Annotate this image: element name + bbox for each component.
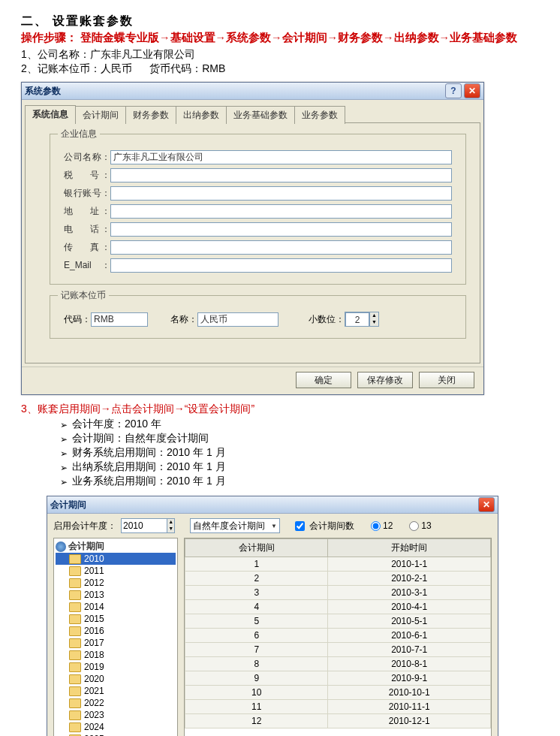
tree-year[interactable]: 2024 — [56, 721, 176, 733]
name-label: 名称： — [170, 313, 197, 326]
cell-date: 2010-5-1 — [328, 614, 491, 629]
tree-year-label: 2019 — [84, 661, 104, 673]
table-row[interactable]: 42010-4-1 — [185, 600, 491, 614]
year-tree[interactable]: 会计期间 20102011201220132014201520162017201… — [53, 538, 178, 736]
tab-5[interactable]: 业务参数 — [294, 106, 345, 124]
table-row[interactable]: 92010-9-1 — [185, 671, 491, 686]
folder-icon — [69, 614, 81, 624]
tel-input[interactable] — [110, 222, 452, 237]
decimal-value[interactable] — [345, 312, 369, 327]
close-button[interactable]: ✕ — [464, 83, 480, 98]
tree-year[interactable]: 2018 — [56, 649, 176, 661]
chevron-down-icon: ▼ — [271, 523, 277, 529]
cell-date: 2010-4-1 — [328, 600, 491, 614]
tree-year[interactable]: 2010 — [56, 553, 176, 565]
decimal-spinbox[interactable]: ▲▼ — [345, 312, 379, 327]
table-row[interactable]: 72010-7-1 — [185, 643, 491, 657]
tree-year[interactable]: 2014 — [56, 601, 176, 613]
tree-year[interactable]: 2016 — [56, 625, 176, 637]
folder-icon — [69, 722, 81, 732]
tree-year[interactable]: 2022 — [56, 697, 176, 709]
dialog2-close-button[interactable]: ✕ — [478, 497, 495, 512]
tab-1[interactable]: 会计期间 — [75, 106, 126, 124]
tree-year[interactable]: 2019 — [56, 661, 176, 673]
base-currency-legend: 记账本位币 — [58, 289, 109, 302]
line1-value: 广东非凡工业有限公司 — [90, 48, 195, 60]
tree-year[interactable]: 2020 — [56, 673, 176, 685]
tree-year-label: 2015 — [84, 613, 104, 625]
tree-year[interactable]: 2012 — [56, 577, 176, 589]
table-row[interactable]: 102010-10-1 — [185, 686, 491, 700]
help-button[interactable]: ? — [445, 83, 462, 98]
tree-year[interactable]: 2015 — [56, 613, 176, 625]
tab-3[interactable]: 出纳参数 — [176, 106, 227, 124]
bank-input[interactable] — [110, 186, 452, 201]
col-start[interactable]: 开始时间 — [328, 539, 491, 557]
line2-code-value: RMB — [202, 62, 225, 74]
cell-date: 2010-3-1 — [328, 586, 491, 600]
cell-period: 2 — [185, 572, 328, 586]
company-name-input[interactable] — [110, 150, 452, 164]
cell-period: 8 — [185, 657, 328, 671]
table-row[interactable]: 22010-2-1 — [185, 572, 491, 586]
tree-year[interactable]: 2021 — [56, 685, 176, 697]
tree-year-label: 2012 — [84, 577, 104, 589]
bullet-item: ➢出纳系统启用期间：2010 年 1 月 — [60, 460, 539, 474]
tree-year[interactable]: 2011 — [56, 565, 176, 577]
table-row[interactable]: 122010-12-1 — [185, 714, 491, 728]
address-input[interactable] — [110, 204, 452, 219]
system-params-dialog: 系统参数 ? ✕ 系统信息会计期间财务参数出纳参数业务基础参数业务参数 企业信息… — [21, 82, 484, 395]
table-row[interactable]: 82010-8-1 — [185, 657, 491, 671]
line2-prefix: 2、记账本位币：人民币 — [21, 62, 132, 74]
table-row[interactable]: 62010-6-1 — [185, 629, 491, 643]
bullet-item: ➢会计年度：2010 年 — [60, 418, 539, 431]
period-type-combo[interactable]: 自然年度会计期间 ▼ — [190, 518, 280, 533]
cell-date: 2010-7-1 — [328, 643, 491, 657]
cell-date: 2010-9-1 — [328, 671, 491, 686]
email-input[interactable] — [110, 258, 452, 273]
folder-icon — [69, 686, 81, 696]
dialog2-toolbar: 启用会计年度： ▲▼ 自然年度会计期间 ▼ 会计期间数 12 13 — [47, 514, 498, 538]
decimal-label: 小数位： — [309, 313, 345, 326]
arrow-icon: → — [159, 32, 170, 44]
year-down-icon[interactable]: ▼ — [167, 526, 174, 532]
company-info-legend: 企业信息 — [58, 128, 100, 140]
dialog2-titlebar[interactable]: 会计期间 ✕ — [47, 496, 498, 514]
close-dialog-button[interactable]: 关闭 — [419, 372, 474, 388]
tree-year[interactable]: 2013 — [56, 589, 176, 601]
currency-code-input[interactable] — [91, 312, 148, 327]
tab-4[interactable]: 业务基础参数 — [226, 106, 295, 124]
year-input[interactable] — [122, 519, 167, 532]
tree-year[interactable]: 2025 — [56, 733, 176, 736]
code-label: 代码： — [64, 313, 91, 326]
col-period[interactable]: 会计期间 — [185, 539, 328, 557]
cell-date: 2010-8-1 — [328, 657, 491, 671]
tab-2[interactable]: 财务参数 — [125, 106, 176, 124]
period-count-checkbox[interactable] — [295, 521, 305, 531]
spin-up-icon[interactable]: ▲ — [369, 312, 378, 319]
tab-0[interactable]: 系统信息 — [25, 105, 76, 123]
period-count-check[interactable] — [295, 521, 305, 531]
tree-root[interactable]: 会计期间 — [56, 540, 176, 553]
radio-12[interactable] — [371, 521, 381, 531]
ok-button[interactable]: 确定 — [296, 372, 351, 388]
dialog1-titlebar[interactable]: 系统参数 ? ✕ — [22, 83, 483, 100]
folder-icon — [69, 698, 81, 708]
path-step: 登陆金蝶专业版 — [80, 31, 159, 45]
tree-year[interactable]: 2017 — [56, 637, 176, 649]
radio-13-wrap[interactable]: 13 — [409, 520, 431, 531]
save-button[interactable]: 保存修改 — [357, 372, 413, 388]
year-up-icon[interactable]: ▲ — [167, 519, 174, 526]
spin-down-icon[interactable]: ▼ — [369, 319, 378, 326]
radio-13[interactable] — [409, 521, 419, 531]
tax-input[interactable] — [110, 168, 452, 182]
year-spinbox[interactable]: ▲▼ — [121, 518, 175, 533]
radio-12-wrap[interactable]: 12 — [371, 520, 393, 531]
fax-input[interactable] — [110, 240, 452, 255]
table-row[interactable]: 32010-3-1 — [185, 586, 491, 600]
tree-year[interactable]: 2023 — [56, 709, 176, 721]
table-row[interactable]: 112010-11-1 — [185, 700, 491, 714]
table-row[interactable]: 12010-1-1 — [185, 557, 491, 572]
currency-name-input[interactable] — [197, 312, 278, 327]
table-row[interactable]: 52010-5-1 — [185, 614, 491, 629]
